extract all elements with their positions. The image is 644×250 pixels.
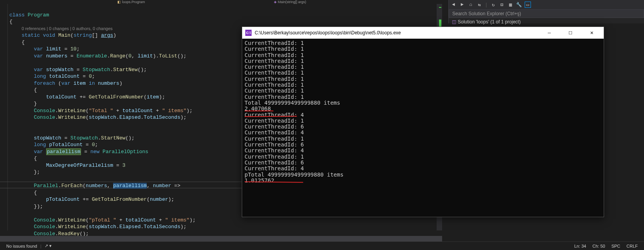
code-content[interactable]: class Program { 0 references | 0 changes… [9, 5, 196, 237]
status-line[interactable]: Ln: 34 [571, 244, 590, 248]
sync-icon[interactable]: ⇆ [476, 2, 482, 8]
maximize-button[interactable]: ☐ [561, 27, 579, 39]
annotation-line-1 [245, 111, 273, 111]
preview-icon[interactable]: ▭ [525, 2, 531, 8]
status-crlf[interactable]: CRLF [623, 244, 641, 248]
solution-search-input[interactable]: Search Solution Explorer (Ctrl+ş) [449, 9, 644, 18]
forward-icon[interactable]: ► [459, 2, 465, 8]
breadcrumb-namespace[interactable]: ◧loops.Program [117, 0, 145, 4]
properties-icon[interactable]: 🔧 [516, 2, 522, 8]
editor-gutter [0, 4, 8, 230]
show-all-icon[interactable]: ▦ [507, 2, 514, 8]
close-button[interactable]: ✕ [583, 27, 601, 39]
status-char[interactable]: Ch: 50 [589, 244, 608, 248]
solution-tree[interactable]: ◫ Solution 'loops' (1 of 1 project) [449, 18, 644, 26]
solution-toolbar: ◄ ► ⌂ ⇆ | ↻ ⊟ ▦ 🔧 ▭ [449, 0, 644, 9]
breadcrumb-method[interactable]: ◈Main(string[] args) [274, 0, 306, 4]
minimize-button[interactable]: ─ [540, 27, 558, 39]
status-dropdown-icon[interactable]: ↗ ▾ [41, 243, 55, 248]
status-issues[interactable]: No issues found [3, 244, 40, 248]
console-output[interactable]: CurrentThreadId: 1 CurrentThreadId: 1 Cu… [242, 39, 604, 217]
console-icon: C:\ [245, 30, 252, 36]
console-titlebar[interactable]: C:\ C:\Users\Berkay\source\repos\loops\l… [242, 27, 604, 39]
back-icon[interactable]: ◄ [450, 2, 457, 8]
status-spaces[interactable]: SPC [608, 244, 624, 248]
solution-icon: ◫ [452, 19, 456, 25]
solution-root-node[interactable]: ◫ Solution 'loops' (1 of 1 project) [452, 19, 641, 25]
solution-explorer: ◄ ► ⌂ ⇆ | ↻ ⊟ ▦ 🔧 ▭ Search Solution Expl… [448, 0, 644, 23]
editor-horizontal-scrollbar[interactable] [0, 236, 442, 241]
collapse-icon[interactable]: ⊟ [499, 2, 505, 8]
codelens[interactable]: 0 references | 0 changes | 0 authors, 0 … [22, 26, 113, 31]
console-window: C:\ C:\Users\Berkay\source\repos\loops\l… [242, 27, 604, 217]
status-bar: No issues found | ↗ ▾ Ln: 34 Ch: 50 SPC … [0, 241, 644, 250]
console-title: C:\Users\Berkay\source\repos\loops\loops… [255, 30, 401, 36]
home-icon[interactable]: ⌂ [468, 2, 474, 8]
refresh-icon[interactable]: ↻ [490, 2, 496, 8]
